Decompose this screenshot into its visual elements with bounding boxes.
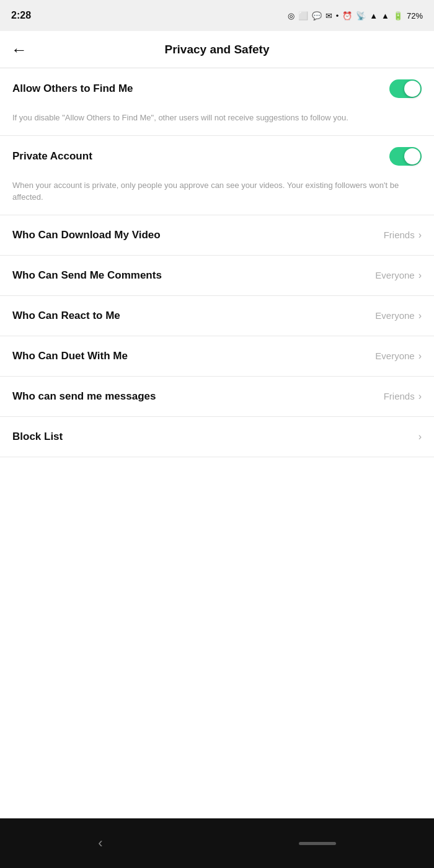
status-time: 2:28: [11, 10, 31, 21]
cast-icon: 📡: [356, 11, 366, 20]
private-account-toggle[interactable]: [389, 147, 422, 166]
signal-icon: ▲: [381, 11, 389, 20]
toggle-knob-2: [404, 148, 420, 164]
download-video-right: Friends ›: [384, 230, 422, 241]
allow-find-me-toggle[interactable]: [389, 79, 422, 98]
react-to-me-label: Who Can React to Me: [12, 310, 120, 322]
duet-with-me-value: Everyone: [375, 351, 414, 361]
private-account-description: When your account is private, only peopl…: [0, 177, 434, 215]
block-list-right: ›: [418, 431, 422, 442]
duet-with-me-label: Who Can Duet With Me: [12, 350, 128, 362]
send-messages-right: Friends ›: [384, 391, 422, 402]
mail-icon: ✉: [326, 11, 332, 20]
header: ← Privacy and Safety: [0, 31, 434, 68]
react-to-me-value: Everyone: [375, 310, 414, 321]
send-messages-row[interactable]: Who can send me messages Friends ›: [0, 377, 434, 416]
location-icon: ◎: [288, 11, 294, 20]
chevron-download-icon: ›: [418, 230, 422, 241]
private-account-label: Private Account: [12, 150, 92, 163]
react-to-me-right: Everyone ›: [375, 310, 422, 321]
dot-icon: •: [336, 11, 339, 20]
status-icons: ◎ ⬜ 💬 ✉ • ⏰ 📡 ▲ ▲ 🔋 72%: [288, 11, 423, 20]
duet-with-me-right: Everyone ›: [375, 351, 422, 362]
message-icon: ⬜: [298, 11, 308, 20]
react-to-me-row[interactable]: Who Can React to Me Everyone ›: [0, 296, 434, 336]
download-video-row[interactable]: Who Can Download My Video Friends ›: [0, 215, 434, 255]
bottom-navigation-bar: ‹: [0, 818, 434, 868]
status-bar: 2:28 ◎ ⬜ 💬 ✉ • ⏰ 📡 ▲ ▲ 🔋 72%: [0, 0, 434, 31]
download-video-value: Friends: [384, 230, 415, 240]
download-video-label: Who Can Download My Video: [12, 229, 161, 241]
send-comments-row[interactable]: Who Can Send Me Comments Everyone ›: [0, 256, 434, 295]
private-account-row: Private Account: [0, 136, 434, 177]
allow-find-me-label: Allow Others to Find Me: [12, 83, 133, 95]
system-back-button[interactable]: ‹: [98, 835, 102, 851]
back-button[interactable]: ←: [11, 42, 27, 58]
divider-8: [0, 457, 434, 457]
home-indicator: [299, 842, 336, 845]
block-list-label: Block List: [12, 431, 63, 443]
block-list-row[interactable]: Block List ›: [0, 417, 434, 457]
wifi-icon: ▲: [370, 11, 378, 20]
send-messages-value: Friends: [384, 391, 415, 401]
send-comments-right: Everyone ›: [375, 270, 422, 281]
chat-icon: 💬: [312, 11, 322, 20]
allow-find-me-description: If you disable "Allow Others to Find Me"…: [0, 109, 434, 135]
content-area: Allow Others to Find Me If you disable "…: [0, 68, 434, 818]
page-title: Privacy and Safety: [35, 43, 399, 56]
send-comments-value: Everyone: [375, 270, 414, 280]
chevron-react-icon: ›: [418, 310, 422, 321]
alarm-icon: ⏰: [342, 11, 352, 20]
battery-icon: 🔋: [393, 11, 403, 20]
chevron-duet-icon: ›: [418, 351, 422, 362]
chevron-messages-icon: ›: [418, 391, 422, 402]
battery-percent: 72%: [407, 11, 423, 20]
send-messages-label: Who can send me messages: [12, 390, 156, 403]
chevron-comments-icon: ›: [418, 270, 422, 281]
send-comments-label: Who Can Send Me Comments: [12, 269, 162, 282]
duet-with-me-row[interactable]: Who Can Duet With Me Everyone ›: [0, 336, 434, 376]
chevron-block-icon: ›: [418, 431, 422, 442]
toggle-knob: [404, 81, 420, 97]
allow-find-me-row: Allow Others to Find Me: [0, 68, 434, 109]
